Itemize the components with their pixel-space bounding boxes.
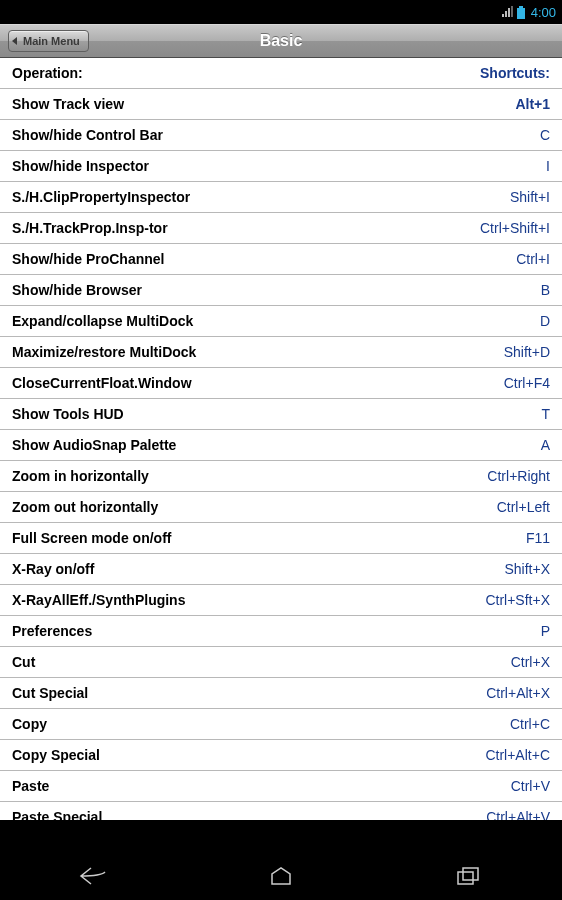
shortcut-label: Ctrl+C xyxy=(510,716,550,732)
status-bar: 4:00 xyxy=(0,0,562,24)
shortcut-label: Shift+I xyxy=(510,189,550,205)
header-operation: Operation: xyxy=(12,65,83,81)
operation-label: S./H.TrackProp.Insp-tor xyxy=(12,220,168,236)
shortcut-label: Ctrl+Left xyxy=(497,499,550,515)
svg-rect-3 xyxy=(463,868,478,880)
status-time: 4:00 xyxy=(531,5,556,20)
shortcut-label: C xyxy=(540,127,550,143)
table-row[interactable]: Paste SpecialCtrl+Alt+V xyxy=(0,802,562,820)
operation-label: Paste xyxy=(12,778,49,794)
svg-rect-1 xyxy=(517,8,525,19)
table-row[interactable]: X-Ray on/offShift+X xyxy=(0,554,562,585)
app-header: Main Menu Basic xyxy=(0,24,562,58)
shortcut-label: I xyxy=(546,158,550,174)
shortcut-label: Ctrl+Alt+V xyxy=(486,809,550,820)
table-row[interactable]: Full Screen mode on/offF11 xyxy=(0,523,562,554)
shortcut-label: Ctrl+Shift+I xyxy=(480,220,550,236)
shortcut-label: Ctrl+I xyxy=(516,251,550,267)
battery-icon xyxy=(517,6,525,19)
shortcut-label: Shift+D xyxy=(504,344,550,360)
svg-rect-2 xyxy=(458,872,473,884)
signal-icon xyxy=(501,6,513,18)
shortcut-label: P xyxy=(541,623,550,639)
table-row[interactable]: Maximize/restore MultiDockShift+D xyxy=(0,337,562,368)
table-row[interactable]: Show/hide BrowserB xyxy=(0,275,562,306)
table-row[interactable]: Show/hide Control BarC xyxy=(0,120,562,151)
back-button[interactable] xyxy=(59,856,129,896)
operation-label: Show/hide Control Bar xyxy=(12,127,163,143)
operation-label: X-Ray on/off xyxy=(12,561,94,577)
shortcut-label: Shift+X xyxy=(504,561,550,577)
table-row[interactable]: Expand/collapse MultiDockD xyxy=(0,306,562,337)
operation-label: Paste Special xyxy=(12,809,102,820)
shortcut-label: Ctrl+Alt+C xyxy=(485,747,550,763)
operation-label: Cut Special xyxy=(12,685,88,701)
navigation-bar xyxy=(0,852,562,900)
operation-label: Show/hide Browser xyxy=(12,282,142,298)
operation-label: Preferences xyxy=(12,623,92,639)
operation-label: Maximize/restore MultiDock xyxy=(12,344,196,360)
recent-apps-button[interactable] xyxy=(433,856,503,896)
operation-label: Show Track view xyxy=(12,96,124,112)
table-row[interactable]: PasteCtrl+V xyxy=(0,771,562,802)
shortcut-label: Ctrl+V xyxy=(511,778,550,794)
table-row[interactable]: Copy SpecialCtrl+Alt+C xyxy=(0,740,562,771)
table-row[interactable]: X-RayAllEff./SynthPluginsCtrl+Sft+X xyxy=(0,585,562,616)
shortcut-label: F11 xyxy=(526,530,550,546)
operation-label: CloseCurrentFloat.Window xyxy=(12,375,192,391)
operation-label: Show/hide Inspector xyxy=(12,158,149,174)
chevron-left-icon xyxy=(12,37,17,45)
table-row[interactable]: Zoom out horizontallyCtrl+Left xyxy=(0,492,562,523)
shortcut-label: Ctrl+X xyxy=(511,654,550,670)
shortcut-label: Ctrl+F4 xyxy=(504,375,550,391)
operation-label: S./H.ClipPropertyInspector xyxy=(12,189,190,205)
shortcut-label: Ctrl+Alt+X xyxy=(486,685,550,701)
operation-label: Show AudioSnap Palette xyxy=(12,437,176,453)
table-row[interactable]: Show AudioSnap PaletteA xyxy=(0,430,562,461)
operation-label: Copy Special xyxy=(12,747,100,763)
shortcut-label: Ctrl+Right xyxy=(487,468,550,484)
operation-label: Zoom out horizontally xyxy=(12,499,158,515)
header-shortcut: Shortcuts: xyxy=(480,65,550,81)
table-row[interactable]: CloseCurrentFloat.WindowCtrl+F4 xyxy=(0,368,562,399)
svg-rect-0 xyxy=(519,6,523,8)
shortcut-label: T xyxy=(541,406,550,422)
table-row[interactable]: S./H.ClipPropertyInspectorShift+I xyxy=(0,182,562,213)
table-row[interactable]: Show/hide InspectorI xyxy=(0,151,562,182)
main-menu-label: Main Menu xyxy=(23,31,80,51)
bottom-spacer xyxy=(0,820,562,852)
operation-label: X-RayAllEff./SynthPlugins xyxy=(12,592,185,608)
shortcut-label: D xyxy=(540,313,550,329)
table-row[interactable]: Show Track viewAlt+1 xyxy=(0,89,562,120)
home-button[interactable] xyxy=(246,856,316,896)
table-row[interactable]: CopyCtrl+C xyxy=(0,709,562,740)
operation-label: Copy xyxy=(12,716,47,732)
operation-label: Expand/collapse MultiDock xyxy=(12,313,193,329)
table-row[interactable]: Cut SpecialCtrl+Alt+X xyxy=(0,678,562,709)
table-row[interactable]: Show/hide ProChannelCtrl+I xyxy=(0,244,562,275)
table-row[interactable]: CutCtrl+X xyxy=(0,647,562,678)
table-row[interactable]: Show Tools HUDT xyxy=(0,399,562,430)
shortcut-label: Ctrl+Sft+X xyxy=(485,592,550,608)
operation-label: Show Tools HUD xyxy=(12,406,124,422)
table-row[interactable]: Zoom in horizontallyCtrl+Right xyxy=(0,461,562,492)
shortcut-list: Operation: Shortcuts: Show Track viewAlt… xyxy=(0,58,562,820)
main-menu-button[interactable]: Main Menu xyxy=(8,30,89,52)
shortcut-label: Alt+1 xyxy=(515,96,550,112)
operation-label: Cut xyxy=(12,654,35,670)
shortcut-label: A xyxy=(541,437,550,453)
table-row[interactable]: PreferencesP xyxy=(0,616,562,647)
operation-label: Show/hide ProChannel xyxy=(12,251,164,267)
table-header-row: Operation: Shortcuts: xyxy=(0,58,562,89)
operation-label: Zoom in horizontally xyxy=(12,468,149,484)
operation-label: Full Screen mode on/off xyxy=(12,530,171,546)
page-title: Basic xyxy=(260,32,303,50)
table-row[interactable]: S./H.TrackProp.Insp-torCtrl+Shift+I xyxy=(0,213,562,244)
shortcut-label: B xyxy=(541,282,550,298)
